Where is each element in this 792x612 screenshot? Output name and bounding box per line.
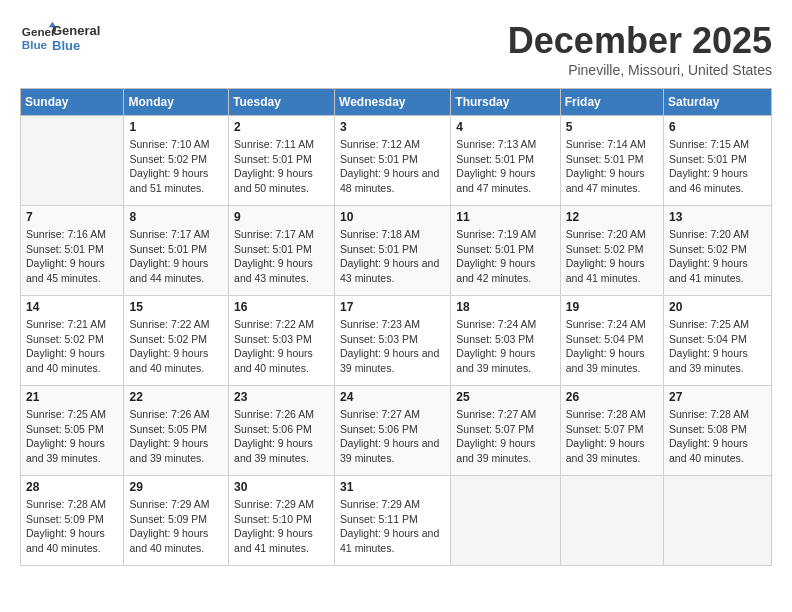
table-row: 18 Sunrise: 7:24 AMSunset: 5:03 PMDaylig… bbox=[451, 296, 560, 386]
table-row: 1 Sunrise: 7:10 AMSunset: 5:02 PMDayligh… bbox=[124, 116, 229, 206]
day-number: 8 bbox=[129, 210, 223, 224]
day-number: 11 bbox=[456, 210, 554, 224]
day-number: 30 bbox=[234, 480, 329, 494]
calendar-week-5: 28 Sunrise: 7:28 AMSunset: 5:09 PMDaylig… bbox=[21, 476, 772, 566]
day-number: 24 bbox=[340, 390, 445, 404]
day-info: Sunrise: 7:15 AMSunset: 5:01 PMDaylight:… bbox=[669, 137, 766, 196]
day-info: Sunrise: 7:19 AMSunset: 5:01 PMDaylight:… bbox=[456, 227, 554, 286]
calendar-week-2: 7 Sunrise: 7:16 AMSunset: 5:01 PMDayligh… bbox=[21, 206, 772, 296]
header-sunday: Sunday bbox=[21, 89, 124, 116]
day-info: Sunrise: 7:21 AMSunset: 5:02 PMDaylight:… bbox=[26, 317, 118, 376]
day-number: 21 bbox=[26, 390, 118, 404]
table-row: 15 Sunrise: 7:22 AMSunset: 5:02 PMDaylig… bbox=[124, 296, 229, 386]
table-row: 24 Sunrise: 7:27 AMSunset: 5:06 PMDaylig… bbox=[335, 386, 451, 476]
day-number: 17 bbox=[340, 300, 445, 314]
header-tuesday: Tuesday bbox=[229, 89, 335, 116]
table-row: 7 Sunrise: 7:16 AMSunset: 5:01 PMDayligh… bbox=[21, 206, 124, 296]
day-number: 14 bbox=[26, 300, 118, 314]
day-info: Sunrise: 7:14 AMSunset: 5:01 PMDaylight:… bbox=[566, 137, 658, 196]
day-number: 4 bbox=[456, 120, 554, 134]
day-number: 16 bbox=[234, 300, 329, 314]
day-info: Sunrise: 7:23 AMSunset: 5:03 PMDaylight:… bbox=[340, 317, 445, 376]
day-info: Sunrise: 7:28 AMSunset: 5:08 PMDaylight:… bbox=[669, 407, 766, 466]
day-info: Sunrise: 7:26 AMSunset: 5:05 PMDaylight:… bbox=[129, 407, 223, 466]
day-number: 6 bbox=[669, 120, 766, 134]
day-number: 27 bbox=[669, 390, 766, 404]
month-title: December 2025 bbox=[508, 20, 772, 62]
day-number: 7 bbox=[26, 210, 118, 224]
table-row: 6 Sunrise: 7:15 AMSunset: 5:01 PMDayligh… bbox=[664, 116, 772, 206]
day-info: Sunrise: 7:28 AMSunset: 5:07 PMDaylight:… bbox=[566, 407, 658, 466]
table-row: 23 Sunrise: 7:26 AMSunset: 5:06 PMDaylig… bbox=[229, 386, 335, 476]
table-row: 3 Sunrise: 7:12 AMSunset: 5:01 PMDayligh… bbox=[335, 116, 451, 206]
day-number: 19 bbox=[566, 300, 658, 314]
table-row: 10 Sunrise: 7:18 AMSunset: 5:01 PMDaylig… bbox=[335, 206, 451, 296]
day-number: 22 bbox=[129, 390, 223, 404]
table-row: 21 Sunrise: 7:25 AMSunset: 5:05 PMDaylig… bbox=[21, 386, 124, 476]
table-row bbox=[560, 476, 663, 566]
table-row: 14 Sunrise: 7:21 AMSunset: 5:02 PMDaylig… bbox=[21, 296, 124, 386]
table-row: 12 Sunrise: 7:20 AMSunset: 5:02 PMDaylig… bbox=[560, 206, 663, 296]
day-number: 9 bbox=[234, 210, 329, 224]
calendar-header-row: Sunday Monday Tuesday Wednesday Thursday… bbox=[21, 89, 772, 116]
day-number: 31 bbox=[340, 480, 445, 494]
table-row: 11 Sunrise: 7:19 AMSunset: 5:01 PMDaylig… bbox=[451, 206, 560, 296]
day-number: 29 bbox=[129, 480, 223, 494]
table-row bbox=[664, 476, 772, 566]
day-info: Sunrise: 7:26 AMSunset: 5:06 PMDaylight:… bbox=[234, 407, 329, 466]
svg-text:Blue: Blue bbox=[22, 38, 48, 51]
header-monday: Monday bbox=[124, 89, 229, 116]
day-info: Sunrise: 7:29 AMSunset: 5:10 PMDaylight:… bbox=[234, 497, 329, 556]
calendar-week-1: 1 Sunrise: 7:10 AMSunset: 5:02 PMDayligh… bbox=[21, 116, 772, 206]
calendar-week-3: 14 Sunrise: 7:21 AMSunset: 5:02 PMDaylig… bbox=[21, 296, 772, 386]
day-info: Sunrise: 7:28 AMSunset: 5:09 PMDaylight:… bbox=[26, 497, 118, 556]
calendar-week-4: 21 Sunrise: 7:25 AMSunset: 5:05 PMDaylig… bbox=[21, 386, 772, 476]
day-number: 18 bbox=[456, 300, 554, 314]
table-row: 28 Sunrise: 7:28 AMSunset: 5:09 PMDaylig… bbox=[21, 476, 124, 566]
day-info: Sunrise: 7:20 AMSunset: 5:02 PMDaylight:… bbox=[669, 227, 766, 286]
day-info: Sunrise: 7:17 AMSunset: 5:01 PMDaylight:… bbox=[234, 227, 329, 286]
day-info: Sunrise: 7:20 AMSunset: 5:02 PMDaylight:… bbox=[566, 227, 658, 286]
table-row: 25 Sunrise: 7:27 AMSunset: 5:07 PMDaylig… bbox=[451, 386, 560, 476]
day-info: Sunrise: 7:16 AMSunset: 5:01 PMDaylight:… bbox=[26, 227, 118, 286]
table-row: 16 Sunrise: 7:22 AMSunset: 5:03 PMDaylig… bbox=[229, 296, 335, 386]
day-number: 13 bbox=[669, 210, 766, 224]
day-number: 12 bbox=[566, 210, 658, 224]
day-info: Sunrise: 7:25 AMSunset: 5:04 PMDaylight:… bbox=[669, 317, 766, 376]
table-row bbox=[451, 476, 560, 566]
header-friday: Friday bbox=[560, 89, 663, 116]
day-info: Sunrise: 7:11 AMSunset: 5:01 PMDaylight:… bbox=[234, 137, 329, 196]
header-saturday: Saturday bbox=[664, 89, 772, 116]
logo-icon: General Blue bbox=[20, 20, 56, 56]
table-row: 29 Sunrise: 7:29 AMSunset: 5:09 PMDaylig… bbox=[124, 476, 229, 566]
day-info: Sunrise: 7:17 AMSunset: 5:01 PMDaylight:… bbox=[129, 227, 223, 286]
table-row: 8 Sunrise: 7:17 AMSunset: 5:01 PMDayligh… bbox=[124, 206, 229, 296]
day-info: Sunrise: 7:24 AMSunset: 5:03 PMDaylight:… bbox=[456, 317, 554, 376]
day-number: 28 bbox=[26, 480, 118, 494]
table-row: 17 Sunrise: 7:23 AMSunset: 5:03 PMDaylig… bbox=[335, 296, 451, 386]
table-row: 26 Sunrise: 7:28 AMSunset: 5:07 PMDaylig… bbox=[560, 386, 663, 476]
day-number: 1 bbox=[129, 120, 223, 134]
table-row: 22 Sunrise: 7:26 AMSunset: 5:05 PMDaylig… bbox=[124, 386, 229, 476]
day-info: Sunrise: 7:27 AMSunset: 5:06 PMDaylight:… bbox=[340, 407, 445, 466]
day-number: 2 bbox=[234, 120, 329, 134]
table-row: 27 Sunrise: 7:28 AMSunset: 5:08 PMDaylig… bbox=[664, 386, 772, 476]
location-subtitle: Pineville, Missouri, United States bbox=[508, 62, 772, 78]
logo-line2: Blue bbox=[52, 38, 100, 53]
day-number: 20 bbox=[669, 300, 766, 314]
table-row: 31 Sunrise: 7:29 AMSunset: 5:11 PMDaylig… bbox=[335, 476, 451, 566]
day-info: Sunrise: 7:10 AMSunset: 5:02 PMDaylight:… bbox=[129, 137, 223, 196]
table-row: 5 Sunrise: 7:14 AMSunset: 5:01 PMDayligh… bbox=[560, 116, 663, 206]
day-info: Sunrise: 7:24 AMSunset: 5:04 PMDaylight:… bbox=[566, 317, 658, 376]
header-thursday: Thursday bbox=[451, 89, 560, 116]
day-info: Sunrise: 7:29 AMSunset: 5:09 PMDaylight:… bbox=[129, 497, 223, 556]
table-row: 19 Sunrise: 7:24 AMSunset: 5:04 PMDaylig… bbox=[560, 296, 663, 386]
table-row: 30 Sunrise: 7:29 AMSunset: 5:10 PMDaylig… bbox=[229, 476, 335, 566]
day-info: Sunrise: 7:29 AMSunset: 5:11 PMDaylight:… bbox=[340, 497, 445, 556]
day-info: Sunrise: 7:22 AMSunset: 5:03 PMDaylight:… bbox=[234, 317, 329, 376]
title-area: December 2025 Pineville, Missouri, Unite… bbox=[508, 20, 772, 78]
calendar-table: Sunday Monday Tuesday Wednesday Thursday… bbox=[20, 88, 772, 566]
day-number: 3 bbox=[340, 120, 445, 134]
table-row: 9 Sunrise: 7:17 AMSunset: 5:01 PMDayligh… bbox=[229, 206, 335, 296]
header-wednesday: Wednesday bbox=[335, 89, 451, 116]
